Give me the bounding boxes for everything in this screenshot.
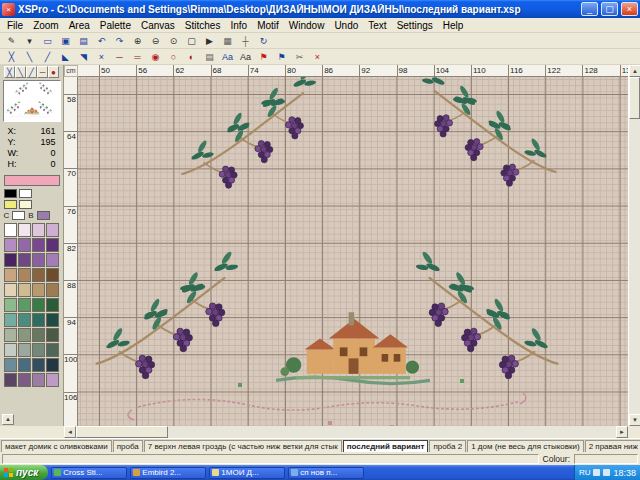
menu-item[interactable]: Area xyxy=(64,20,95,31)
half-stitch-back-icon[interactable]: ╲ xyxy=(21,50,38,64)
zoom-in-icon[interactable]: ⊕ xyxy=(129,34,146,48)
backstitch-icon[interactable]: ─ xyxy=(111,50,128,64)
mini-full-stitch-icon[interactable]: ╳ xyxy=(4,66,15,78)
taskbar-task-button[interactable]: сп нов п... xyxy=(288,467,364,479)
design-tab[interactable]: последний вариант xyxy=(343,440,429,452)
horizontal-scroll-thumb[interactable] xyxy=(76,426,168,438)
redo-icon[interactable]: ↷ xyxy=(111,34,128,48)
palette-swatch[interactable] xyxy=(4,283,17,297)
copy-area-icon[interactable]: ▣ xyxy=(57,34,74,48)
zoom-fit-icon[interactable]: ▢ xyxy=(183,34,200,48)
palette-swatch[interactable] xyxy=(46,253,59,267)
palette-swatch[interactable] xyxy=(18,238,31,252)
menu-item[interactable]: Window xyxy=(284,20,330,31)
palette-swatch[interactable] xyxy=(46,343,59,357)
straight-stitch-icon[interactable]: ═ xyxy=(129,50,146,64)
quarter-stitch-icon[interactable]: ◣ xyxy=(57,50,74,64)
language-indicator[interactable]: RU xyxy=(579,468,591,477)
maximize-button[interactable]: ▢ xyxy=(601,2,618,16)
palette-swatch[interactable] xyxy=(46,283,59,297)
palette-swatch[interactable] xyxy=(46,358,59,372)
menu-item[interactable]: Info xyxy=(225,20,252,31)
tray-icon[interactable] xyxy=(603,469,610,476)
mini-backstitch-icon[interactable]: ─ xyxy=(37,66,48,78)
flag-blue-icon[interactable]: ⚑ xyxy=(273,50,290,64)
french-knot-icon[interactable]: ◉ xyxy=(147,50,164,64)
taskbar-task-button[interactable]: 1МОИ Д... xyxy=(209,467,285,479)
palette-swatch[interactable] xyxy=(18,343,31,357)
palette-swatch[interactable] xyxy=(32,328,45,342)
current-color-swatch[interactable] xyxy=(4,175,60,186)
palette-swatch[interactable] xyxy=(4,253,17,267)
mini-half-stitch-icon[interactable]: ╲ xyxy=(15,66,26,78)
palette-scroll-up-button[interactable]: ▲ xyxy=(2,414,14,425)
menu-item[interactable]: Stitches xyxy=(180,20,226,31)
palette-swatch[interactable] xyxy=(32,298,45,312)
quick-swatch[interactable] xyxy=(19,189,32,198)
palette-swatch[interactable] xyxy=(32,283,45,297)
palette-view-icon[interactable]: ▤ xyxy=(201,50,218,64)
quick-swatch[interactable] xyxy=(19,200,32,209)
pencil-tool-icon[interactable]: ✎ xyxy=(3,34,20,48)
text-tool-icon[interactable]: Aa xyxy=(219,50,236,64)
palette-swatch[interactable] xyxy=(18,373,31,387)
taskbar-task-button[interactable]: Cross Sti... xyxy=(51,467,127,479)
palette-swatch[interactable] xyxy=(4,298,17,312)
pointer-icon[interactable]: ▶ xyxy=(201,34,218,48)
palette-swatch[interactable] xyxy=(4,358,17,372)
mini-quarter-stitch-icon[interactable]: ╱ xyxy=(26,66,37,78)
palette-swatch[interactable] xyxy=(32,313,45,327)
palette-swatch[interactable] xyxy=(4,328,17,342)
palette-swatch[interactable] xyxy=(18,313,31,327)
half-knot-icon[interactable]: ◐ xyxy=(183,50,200,64)
scroll-down-button[interactable]: ▼ xyxy=(629,414,640,426)
palette-swatch[interactable] xyxy=(32,373,45,387)
half-stitch-fwd-icon[interactable]: ╱ xyxy=(39,50,56,64)
paste-area-icon[interactable]: ▤ xyxy=(75,34,92,48)
scroll-right-button[interactable]: ► xyxy=(616,426,628,438)
design-canvas[interactable] xyxy=(78,77,628,426)
palette-swatch[interactable] xyxy=(32,358,45,372)
zoom-out-icon[interactable]: ⊖ xyxy=(147,34,164,48)
palette-swatch[interactable] xyxy=(32,238,45,252)
palette-swatch[interactable] xyxy=(46,268,59,282)
menu-item[interactable]: Text xyxy=(363,20,391,31)
center-design-icon[interactable]: ┼ xyxy=(237,34,254,48)
petite-stitch-icon[interactable]: × xyxy=(93,50,110,64)
palette-swatch[interactable] xyxy=(18,253,31,267)
mini-knot-icon[interactable]: ● xyxy=(48,66,59,78)
palette-swatch[interactable] xyxy=(4,343,17,357)
tray-icon[interactable] xyxy=(593,469,600,476)
select-rect-icon[interactable]: ▭ xyxy=(39,34,56,48)
palette-swatch[interactable] xyxy=(18,298,31,312)
palette-swatch[interactable] xyxy=(32,268,45,282)
palette-swatch[interactable] xyxy=(18,328,31,342)
vertical-scroll-thumb[interactable] xyxy=(629,77,640,119)
palette-swatch[interactable] xyxy=(32,223,45,237)
quick-swatch[interactable] xyxy=(4,189,17,198)
full-stitch-icon[interactable]: ╳ xyxy=(3,50,20,64)
design-tab[interactable]: 1 дом (не весь для стыковки) xyxy=(467,440,584,452)
scroll-up-button[interactable]: ▲ xyxy=(629,65,640,77)
bead-icon[interactable]: ○ xyxy=(165,50,182,64)
delete-stitch-icon[interactable]: × xyxy=(309,50,326,64)
palette-swatch[interactable] xyxy=(4,238,17,252)
undo-icon[interactable]: ↶ xyxy=(93,34,110,48)
palette-swatch[interactable] xyxy=(18,223,31,237)
palette-swatch[interactable] xyxy=(4,223,17,237)
text-tool-cyrillic-icon[interactable]: Аа xyxy=(237,50,254,64)
palette-swatch[interactable] xyxy=(18,283,31,297)
palette-swatch[interactable] xyxy=(46,313,59,327)
menu-item[interactable]: Zoom xyxy=(28,20,64,31)
grid-icon[interactable]: ▦ xyxy=(219,34,236,48)
design-tab[interactable]: проба 2 xyxy=(429,440,466,452)
menu-item[interactable]: File xyxy=(2,20,28,31)
horizontal-scrollbar[interactable]: ◄ ► xyxy=(64,426,640,438)
taskbar-task-button[interactable]: Embird 2... xyxy=(130,467,206,479)
scroll-left-button[interactable]: ◄ xyxy=(64,426,76,438)
flag-red-icon[interactable]: ⚑ xyxy=(255,50,272,64)
palette-swatch[interactable] xyxy=(32,253,45,267)
palette-swatch[interactable] xyxy=(4,313,17,327)
palette-swatch[interactable] xyxy=(18,268,31,282)
blend-column-swatch[interactable] xyxy=(37,211,50,220)
